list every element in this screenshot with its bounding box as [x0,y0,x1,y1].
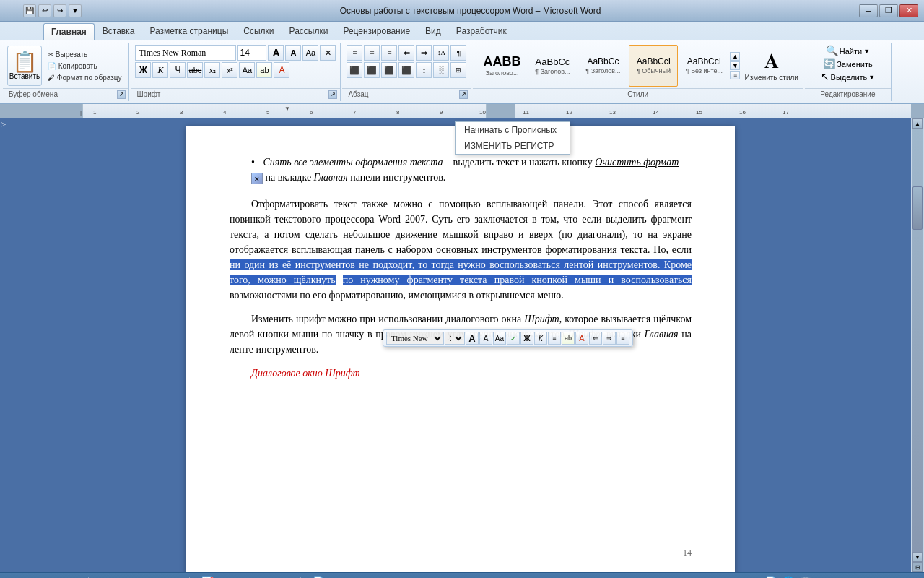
style-normal[interactable]: AaBbCcI ¶ Обычный [629,45,678,87]
font-name-input[interactable] [135,45,236,61]
font-size-input[interactable] [237,45,266,61]
clipboard-expand[interactable]: ↗ [117,90,126,99]
tab-mailings[interactable]: Рассылки [282,23,336,40]
tab-layout[interactable]: Разметка страницы [142,23,235,40]
align-right-button[interactable]: ⬛ [381,62,397,78]
paragraph-expand[interactable]: ↗ [459,90,468,99]
bullet-text-rest: на вкладке [263,172,314,183]
paste-button[interactable]: 📋 Вставить [7,46,42,86]
font-grow-button[interactable]: А [268,45,284,61]
style-heading1[interactable]: AABB Заголово... [477,45,526,87]
font-label: Шрифт [134,90,163,99]
superscript-button[interactable]: x² [222,62,237,78]
line-spacing-button[interactable]: ↕ [416,62,432,78]
tab-references[interactable]: Ссылки [236,23,281,40]
ft-format-button[interactable]: Аа [493,332,506,345]
svg-rect-0 [10,104,82,118]
bullet-marker: • [251,157,255,168]
styles-more-button[interactable]: ≡ [730,71,740,79]
styles-down-arrow[interactable]: ▼ [730,61,740,70]
style-heading3[interactable]: AaBbCc ¶ Заголов... [578,45,627,87]
redo-qat-button[interactable]: ↪ [53,4,66,17]
left-margin-toggle[interactable]: ◁ [0,121,7,129]
align-left-button[interactable]: ⬛ [346,62,362,78]
show-marks-button[interactable]: ¶ [450,45,466,61]
justify-button[interactable]: ⬛ [398,62,414,78]
ft-highlight-button[interactable]: аb [562,332,575,345]
para2-font-italic: Шрифт [524,314,559,324]
save-qat-button[interactable]: 💾 [23,4,36,17]
scroll-thumb[interactable] [912,186,923,230]
dropdown-menu: Начинать с Прописных ИЗМЕНИТЬ РЕГИСТР [455,121,570,155]
styles-up-arrow[interactable]: ▲ [730,52,740,61]
borders-button[interactable]: ⊞ [450,62,466,78]
undo-qat-button[interactable]: ↩ [38,4,51,17]
ft-italic-button[interactable]: К [534,332,547,345]
ft-indent-dec-button[interactable]: ⇐ [589,332,602,345]
tab-insert[interactable]: Вставка [95,23,142,40]
tab-view[interactable]: Вид [418,23,448,40]
ft-font-select[interactable]: Times New [386,332,444,345]
highlight-color-button[interactable]: аb [256,62,272,78]
svg-text:14: 14 [653,109,659,116]
decrease-indent-button[interactable]: ⇐ [398,45,414,61]
format-painter-button[interactable]: 🖌 Формат по образцу [45,72,124,83]
ribbon-tabs: Главная Вставка Разметка страницы Ссылки… [0,22,924,40]
tab-developer[interactable]: Разработчик [449,23,514,40]
find-button[interactable]: 🔍 Найти ▼ [826,45,870,57]
dropdown-item-uppercase[interactable]: ИЗМЕНИТЬ РЕГИСТР [456,138,570,154]
ft-list-button[interactable]: ≡ [616,332,629,345]
customize-qat-button[interactable]: ▼ [69,4,82,17]
bold-button[interactable]: Ж [135,62,151,78]
sort-button[interactable]: ↕А [433,45,449,61]
svg-text:3: 3 [180,109,183,116]
ft-size-select[interactable]: 14 [445,332,465,345]
change-case-button[interactable]: Аа [302,45,318,61]
font-expand[interactable]: ↗ [328,90,337,99]
font-color-button[interactable]: А [274,62,289,78]
scroll-down-button[interactable]: ▼ [912,552,923,562]
para2-glavnaya: Главная [645,329,679,340]
ft-bold-button[interactable]: Ж [520,332,533,345]
strikethrough-button[interactable]: abc [187,62,203,78]
close-button[interactable]: ✕ [899,4,918,17]
select-button[interactable]: ↖ Выделить ▼ [821,71,876,83]
bullets-button[interactable]: ≡ [346,45,362,61]
multilevel-list-button[interactable]: ≡ [381,45,397,61]
paragraph-1: Отформатировать текст также можно с помо… [230,197,692,303]
numbering-button[interactable]: ≡ [364,45,380,61]
replace-button[interactable]: 🔄 Заменить [823,58,872,70]
svg-text:5: 5 [266,109,270,116]
style-heading2[interactable]: AaBbCc ¶ Заголов... [528,45,577,87]
ft-check-button[interactable]: ✓ [507,332,520,345]
ft-shrink-button[interactable]: А [479,332,492,345]
word-icon [6,4,20,18]
tab-home[interactable]: Главная [43,23,95,40]
clear-formatting-button[interactable]: ✕ [320,45,336,61]
scroll-up-button[interactable]: ▲ [912,118,923,129]
ft-indent-inc-button[interactable]: ⇒ [603,332,616,345]
underline-button[interactable]: Ч [170,62,186,78]
increase-indent-button[interactable]: ⇒ [416,45,432,61]
ribbon-content: 📋 Вставить ✂ Вырезать 📄 Копировать 🖌 Фор… [0,40,924,103]
ft-grow-button[interactable]: А [466,332,479,345]
shading-button[interactable]: ░ [433,62,449,78]
minimize-button[interactable]: ─ [859,4,878,17]
dropdown-item-capitalize[interactable]: Начинать с Прописных [456,122,570,138]
ft-align-button[interactable]: ≡ [548,332,561,345]
style-no-spacing[interactable]: AaBbCcI ¶ Без инте... [679,45,728,87]
subscript-button[interactable]: x₂ [204,62,220,78]
align-center-button[interactable]: ⬛ [364,62,380,78]
ft-font-color-button[interactable]: А [575,332,588,345]
window-title: Основы работы с текстовым процессором Wo… [340,6,601,16]
italic-button[interactable]: К [152,62,168,78]
restore-button[interactable]: ❐ [879,4,898,17]
font-shrink-button[interactable]: А [285,45,301,61]
cut-button[interactable]: ✂ Вырезать [45,49,124,60]
copy-button[interactable]: 📄 Копировать [45,61,124,72]
editing-group-inner: 🔍 Найти ▼ 🔄 Заменить ↖ Выделить ▼ [805,43,891,88]
tab-review[interactable]: Рецензирование [336,23,417,40]
text-effects-button[interactable]: Аа [239,62,255,78]
font-row2: Ж К Ч abc x₂ x² Аа аb А [135,62,289,78]
change-styles-icon[interactable]: 𝐀 [764,50,779,74]
